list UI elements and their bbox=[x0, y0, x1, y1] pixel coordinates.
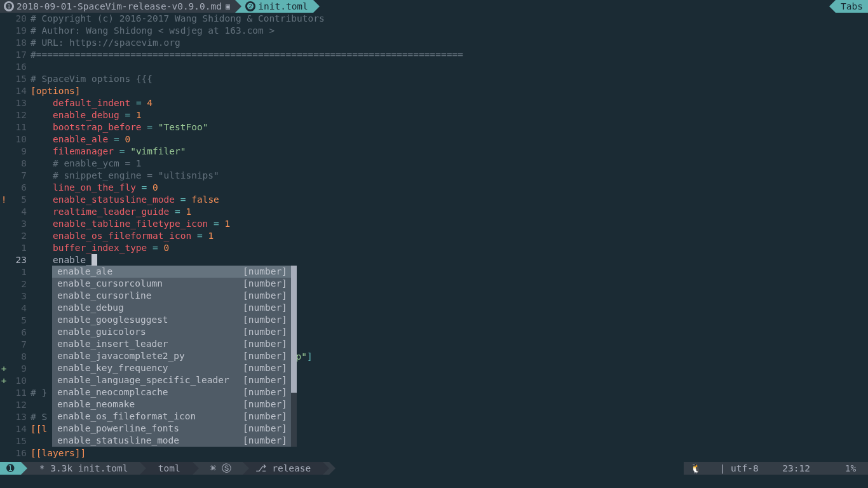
git-add-icon: + bbox=[0, 375, 8, 387]
filetype-icon: ▣ bbox=[226, 1, 230, 13]
completion-item-kind: [number] bbox=[243, 278, 287, 290]
completion-item[interactable]: enable_powerline_fonts[number] bbox=[52, 423, 291, 435]
line-number: 10 bbox=[8, 375, 31, 387]
completion-item[interactable]: enable_guicolors[number] bbox=[52, 326, 291, 338]
completion-item[interactable]: enable_statusline_mode[number] bbox=[52, 435, 291, 447]
line-number: 15 bbox=[8, 435, 31, 447]
line-number: 11 bbox=[8, 387, 31, 399]
line-number: 2 bbox=[8, 230, 31, 242]
code-text: enable_tabline_filetype_icon = 1 bbox=[31, 218, 868, 230]
separator-icon bbox=[329, 462, 336, 475]
completion-popup[interactable]: enable_ale[number]enable_cursorcolumn[nu… bbox=[52, 266, 297, 447]
completion-item[interactable]: enable_ale[number] bbox=[52, 266, 291, 278]
code-text bbox=[31, 61, 868, 73]
completion-item-name: enable_javacomplete2_py bbox=[57, 350, 243, 362]
tab-separator-icon bbox=[313, 0, 320, 13]
line-number: 3 bbox=[8, 290, 31, 302]
status-encoding: | utf-8 bbox=[708, 462, 771, 475]
separator-icon bbox=[243, 462, 249, 475]
code-text: bootstrap_before = "TestFoo" bbox=[31, 121, 868, 133]
status-filename: * 3.3k init.toml bbox=[27, 462, 140, 475]
line-number: 14 bbox=[8, 85, 31, 97]
tab-1[interactable]: ➊ 2018-09-01-SpaceVim-release-v0.9.0.md … bbox=[0, 0, 235, 13]
completion-item[interactable]: enable_debug[number] bbox=[52, 302, 291, 314]
tabs-indicator[interactable]: Tabs bbox=[836, 0, 868, 13]
completion-item-kind: [number] bbox=[243, 362, 287, 374]
status-syntax: ⌘ Ⓢ bbox=[199, 462, 243, 475]
code-text: realtime_leader_guide = 1 bbox=[31, 206, 868, 218]
code-text: line_on_the_fly = 0 bbox=[31, 182, 868, 194]
line-number: 12 bbox=[8, 109, 31, 121]
completion-item-name: enable_cursorline bbox=[57, 290, 243, 302]
line-number: 8 bbox=[8, 158, 31, 170]
line-number: 10 bbox=[8, 133, 31, 146]
line-number: 19 bbox=[8, 25, 31, 37]
line-number: 1 bbox=[8, 242, 31, 254]
separator-icon bbox=[323, 462, 329, 475]
tab-num-icon: ➋ bbox=[245, 1, 255, 11]
line-number: 16 bbox=[8, 61, 31, 73]
completion-item-kind: [number] bbox=[243, 386, 287, 398]
completion-item[interactable]: enable_key_frequency[number] bbox=[52, 362, 291, 374]
separator-icon bbox=[140, 462, 146, 475]
code-text: default_indent = 4 bbox=[31, 97, 868, 109]
popup-scroll-thumb[interactable] bbox=[291, 266, 297, 393]
tab-num-icon: ➊ bbox=[4, 1, 14, 11]
popup-scrollbar[interactable] bbox=[291, 266, 297, 447]
completion-item-name: enable_powerline_fonts bbox=[57, 423, 243, 435]
completion-item-name: enable_key_frequency bbox=[57, 362, 243, 374]
completion-item-name: enable_os_fileformat_icon bbox=[57, 410, 243, 423]
code-text: enable_debug = 1 bbox=[31, 109, 868, 121]
code-text: # SpaceVim options {{{ bbox=[31, 73, 868, 85]
tabline-filler bbox=[320, 0, 829, 13]
code-text: # Author: Wang Shidong < wsdjeg at 163.c… bbox=[31, 25, 868, 37]
completion-item-name: enable_cursorcolumn bbox=[57, 278, 243, 290]
line-number: 4 bbox=[8, 206, 31, 218]
status-branch: release bbox=[249, 462, 323, 475]
code-text: # snippet_engine = "ultisnips" bbox=[31, 170, 868, 182]
text-cursor bbox=[92, 254, 97, 266]
code-text: buffer_index_type = 0 bbox=[31, 242, 868, 254]
line-number: 9 bbox=[8, 363, 31, 375]
completion-item-name: enable_googlesuggest bbox=[57, 314, 243, 326]
completion-item[interactable]: enable_os_fileformat_icon[number] bbox=[52, 410, 291, 423]
code-text: enable_os_fileformat_icon = 1 bbox=[31, 230, 868, 242]
tab-label: 2018-09-01-SpaceVim-release-v0.9.0.md bbox=[17, 1, 222, 13]
completion-item-name: enable_guicolors bbox=[57, 326, 243, 338]
completion-item-kind: [number] bbox=[243, 423, 287, 435]
completion-item-kind: [number] bbox=[243, 290, 287, 302]
tab-2-active[interactable]: ➋ init.toml bbox=[241, 0, 313, 13]
completion-item[interactable]: enable_insert_leader[number] bbox=[52, 338, 291, 350]
line-number: 20 bbox=[8, 13, 31, 25]
code-text: # enable_ycm = 1 bbox=[31, 158, 868, 170]
completion-item[interactable]: enable_javacomplete2_py[number] bbox=[52, 350, 291, 362]
line-number: 8 bbox=[8, 351, 31, 363]
completion-item[interactable]: enable_neocomplcache[number] bbox=[52, 386, 291, 398]
line-number: 7 bbox=[8, 339, 31, 351]
completion-item-kind: [number] bbox=[243, 350, 287, 362]
completion-item-kind: [number] bbox=[243, 435, 287, 447]
completion-item-kind: [number] bbox=[243, 326, 287, 338]
completion-item[interactable]: enable_language_specific_leader[number] bbox=[52, 374, 291, 386]
completion-item-kind: [number] bbox=[243, 266, 287, 278]
line-number: 6 bbox=[8, 182, 31, 194]
completion-item[interactable]: enable_cursorcolumn[number] bbox=[52, 278, 291, 290]
command-line[interactable] bbox=[0, 475, 868, 488]
line-number: 3 bbox=[8, 218, 31, 230]
line-number: 11 bbox=[8, 121, 31, 133]
completion-item-name: enable_neocomplcache bbox=[57, 386, 243, 398]
mode-indicator: ➊ bbox=[0, 462, 21, 475]
completion-item[interactable]: enable_neomake[number] bbox=[52, 398, 291, 410]
completion-item[interactable]: enable_cursorline[number] bbox=[52, 290, 291, 302]
line-number: 13 bbox=[8, 411, 31, 423]
line-number-current: 23 bbox=[8, 254, 31, 266]
separator-icon bbox=[193, 462, 199, 475]
line-number: 12 bbox=[8, 399, 31, 411]
line-number: 2 bbox=[8, 278, 31, 290]
completion-item-name: enable_ale bbox=[57, 266, 243, 278]
completion-item[interactable]: enable_googlesuggest[number] bbox=[52, 314, 291, 326]
line-number: 16 bbox=[8, 447, 31, 459]
line-number: 5 bbox=[8, 194, 31, 206]
separator-icon bbox=[21, 462, 27, 475]
lint-warn-icon: ! bbox=[0, 194, 8, 206]
